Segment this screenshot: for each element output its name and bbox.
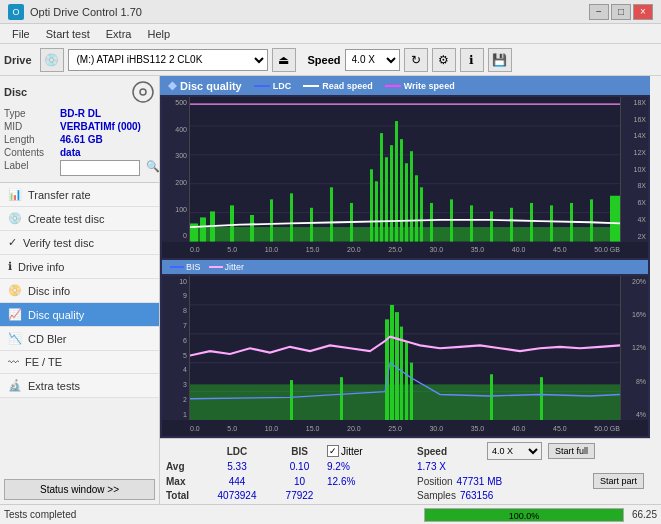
menu-start-test[interactable]: Start test — [38, 26, 98, 42]
chart1-right-axis: 18X 16X 14X 12X 10X 8X 6X 4X 2X — [620, 97, 648, 242]
disc-quality-icon: 📈 — [8, 308, 22, 321]
stats-total-bis: 77922 — [272, 490, 327, 501]
sidebar-item-transfer-rate[interactable]: 📊 Transfer rate — [0, 183, 159, 207]
svg-rect-19 — [380, 133, 383, 241]
svg-point-0 — [133, 82, 153, 102]
sidebar-item-create-test-disc[interactable]: 💿 Create test disc — [0, 207, 159, 231]
sidebar-label-verify-test-disc: Verify test disc — [23, 237, 94, 249]
stats-total-row: Total 4073924 77922 Samples 763156 — [166, 490, 644, 501]
disc-quality-title: Disc quality — [180, 80, 242, 92]
window-controls: − □ × — [589, 4, 653, 20]
svg-rect-12 — [270, 199, 273, 241]
svg-rect-32 — [510, 208, 513, 242]
create-test-disc-icon: 💿 — [8, 212, 22, 225]
charts-container: 500 400 300 200 100 0 18X 16X 14X 12X 10… — [160, 95, 650, 438]
svg-rect-21 — [390, 145, 393, 241]
chart2-block: 10 9 8 7 6 5 4 3 2 1 20% 16% 12% 8% 4% — [162, 276, 648, 437]
sidebar-item-drive-info[interactable]: ℹ Drive info — [0, 255, 159, 279]
legend-ldc-line — [254, 85, 270, 87]
legend-read-speed-label: Read speed — [322, 81, 373, 91]
sidebar-item-disc-quality[interactable]: 📈 Disc quality — [0, 303, 159, 327]
save-button[interactable]: 💾 — [488, 48, 512, 72]
toolbar: Drive 💿 (M:) ATAPI iHBS112 2 CL0K ⏏ Spee… — [0, 44, 661, 76]
disc-info-icon: 📀 — [8, 284, 22, 297]
svg-rect-24 — [405, 163, 408, 241]
maximize-button[interactable]: □ — [611, 4, 631, 20]
disc-contents-field: Contents data — [4, 147, 155, 158]
stats-max-bis: 10 — [272, 476, 327, 487]
sidebar-item-disc-info[interactable]: 📀 Disc info — [0, 279, 159, 303]
svg-rect-48 — [410, 362, 413, 420]
disc-length-value: 46.61 GB — [60, 134, 103, 145]
transfer-rate-icon: 📊 — [8, 188, 22, 201]
stats-max-jitter: 12.6% — [327, 476, 417, 487]
svg-rect-31 — [490, 211, 493, 241]
start-full-button[interactable]: Start full — [548, 443, 595, 459]
bis-line — [170, 266, 184, 268]
svg-rect-36 — [590, 199, 593, 241]
stats-bis-header: BIS — [272, 446, 327, 457]
disc-label-field: Label 🔍 — [4, 160, 155, 176]
speed-select-stats[interactable]: 4.0 X — [487, 442, 542, 460]
svg-rect-18 — [375, 181, 378, 241]
close-button[interactable]: × — [633, 4, 653, 20]
label-search-icon[interactable]: 🔍 — [146, 160, 160, 176]
minimize-button[interactable]: − — [589, 4, 609, 20]
info-button[interactable]: ℹ — [460, 48, 484, 72]
svg-rect-15 — [330, 187, 333, 241]
status-window-button[interactable]: Status window >> — [4, 479, 155, 500]
progress-label: 100.0% — [425, 509, 623, 523]
legend-read-speed: Read speed — [303, 81, 373, 91]
disc-length-field: Length 46.61 GB — [4, 134, 155, 145]
svg-rect-33 — [530, 203, 533, 242]
disc-type-field: Type BD-R DL — [4, 108, 155, 119]
chart2-x-axis: 0.0 5.0 10.0 15.0 20.0 25.0 30.0 35.0 40… — [190, 420, 620, 436]
menu-extra[interactable]: Extra — [98, 26, 140, 42]
sidebar-label-disc-info: Disc info — [28, 285, 70, 297]
stats-header-row: LDC BIS ✓ Jitter Speed 4.0 X Start full — [166, 442, 644, 460]
disc-quality-header-icon: ◆ — [168, 79, 176, 92]
speed-label: Speed — [308, 54, 341, 66]
sidebar-item-verify-test-disc[interactable]: ✓ Verify test disc — [0, 231, 159, 255]
sidebar-item-extra-tests[interactable]: 🔬 Extra tests — [0, 374, 159, 398]
legend-write-speed-line — [385, 85, 401, 87]
legend-ldc-label: LDC — [273, 81, 292, 91]
stats-avg-ldc: 5.33 — [202, 461, 272, 472]
svg-rect-34 — [550, 205, 553, 241]
jitter-checkbox[interactable]: ✓ — [327, 445, 339, 457]
sidebar-label-drive-info: Drive info — [18, 261, 64, 273]
menu-file[interactable]: File — [4, 26, 38, 42]
settings-button[interactable]: ⚙ — [432, 48, 456, 72]
sidebar-label-disc-quality: Disc quality — [28, 309, 84, 321]
svg-rect-25 — [410, 151, 413, 241]
sidebar-label-fe-te: FE / TE — [25, 356, 62, 368]
fe-te-icon: 〰 — [8, 356, 19, 368]
status-bar: Tests completed 100.0% 66.25 — [0, 504, 661, 524]
speed-select[interactable]: 4.0 X — [345, 49, 400, 71]
sidebar-item-cd-bler[interactable]: 📉 CD Bler — [0, 327, 159, 351]
eject-button[interactable]: ⏏ — [272, 48, 296, 72]
svg-rect-8 — [200, 217, 206, 241]
svg-rect-17 — [370, 169, 373, 241]
disc-header-label: Disc — [4, 86, 27, 98]
drive-select[interactable]: (M:) ATAPI iHBS112 2 CL0K — [68, 49, 268, 71]
svg-rect-11 — [250, 215, 254, 241]
svg-point-1 — [140, 89, 146, 95]
sidebar-label-cd-bler: CD Bler — [28, 333, 67, 345]
sidebar-label-transfer-rate: Transfer rate — [28, 189, 91, 201]
legend-write-speed: Write speed — [385, 81, 455, 91]
disc-mid-value: VERBATIMf (000) — [60, 121, 141, 132]
drive-label: Drive — [4, 54, 32, 66]
svg-rect-22 — [395, 121, 398, 241]
refresh-button[interactable]: ↻ — [404, 48, 428, 72]
start-part-button[interactable]: Start part — [593, 473, 644, 489]
jitter-line — [209, 266, 223, 268]
legend-write-speed-label: Write speed — [404, 81, 455, 91]
status-text: Tests completed — [4, 509, 416, 520]
main-area: Disc Type BD-R DL MID VERBATIMf (000) Le… — [0, 76, 661, 504]
disc-label-input[interactable] — [60, 160, 140, 176]
sidebar-item-fe-te[interactable]: 〰 FE / TE — [0, 351, 159, 374]
menu-help[interactable]: Help — [139, 26, 178, 42]
stats-total-label: Total — [166, 490, 202, 501]
disc-icon — [131, 80, 155, 104]
